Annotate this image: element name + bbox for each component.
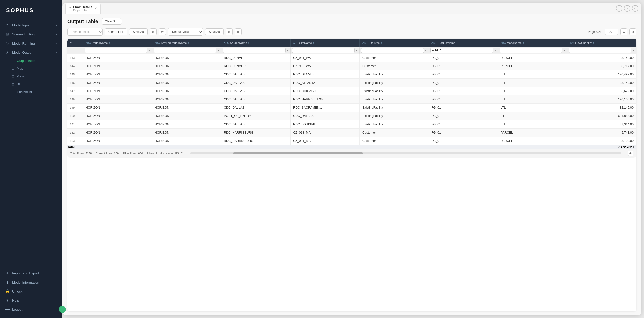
clear-filter-button[interactable]: Clear Filter [105, 28, 127, 35]
delete-icon-button[interactable]: 🗑 [159, 28, 166, 35]
data-table: # ABCPeriodName↕ ABCArrivingPeriodName↕ … [67, 39, 636, 149]
view-select[interactable]: Default View [168, 28, 203, 36]
scrollbar-thumb[interactable] [233, 152, 363, 154]
cell-mode: PARCEL [498, 129, 567, 137]
copy2-icon-button[interactable]: ⧉ [226, 28, 233, 35]
filter-icon-period[interactable]: ▼ [148, 49, 150, 52]
download-icon-button[interactable]: ⬇ [620, 28, 627, 35]
filter-input-mode[interactable] [500, 48, 562, 53]
nav-forward-button[interactable]: › [624, 5, 630, 12]
col-header-arriving-period[interactable]: ABCArrivingPeriodName↕ [152, 39, 221, 47]
filter-icon-type[interactable]: ▼ [425, 49, 427, 52]
col-header-mode-name[interactable]: ABCModeName↕ [498, 39, 567, 47]
save-as-button-1[interactable]: Save As [129, 28, 148, 35]
filter-input-product[interactable] [430, 48, 493, 53]
settings-icon-button[interactable]: ⚙ [629, 28, 636, 35]
tab-subtitle: Output Table [73, 9, 92, 12]
col-header-product-name[interactable]: ABCProductName↕ [429, 39, 498, 47]
copy-icon-button[interactable]: ⧉ [150, 28, 157, 35]
filter-input-arriving[interactable] [154, 48, 216, 53]
cell-num: 146 [67, 79, 83, 87]
col-header-site-type[interactable]: ABCSiteType↕ [359, 39, 429, 47]
filter-icon-source[interactable]: ▼ [286, 49, 289, 52]
sidebar-item-custom-bi[interactable]: ⊡ Custom BI [0, 88, 62, 96]
sidebar-item-model-information[interactable]: ℹ Model Information [0, 278, 62, 287]
clear-sort-button[interactable]: Clear Sort [102, 18, 122, 25]
cell-mode: LTL [498, 79, 567, 87]
cell-qty: 5,741.00 [567, 129, 636, 137]
filter-input-source[interactable] [223, 48, 286, 53]
sidebar-item-model-input[interactable]: ≡ Model Input ∨ [0, 21, 62, 30]
filter-icon-site[interactable]: ▼ [355, 49, 358, 52]
cell-num: 151 [67, 120, 83, 129]
cell-num: 152 [67, 129, 83, 137]
cell-period: HORIZON [83, 54, 152, 62]
cell-mode: FTL [498, 112, 567, 120]
cell-num: 153 [67, 137, 83, 145]
cell-site: CZ_021_MA [290, 137, 359, 145]
eye-icon-button[interactable]: 👁 [628, 151, 633, 156]
table-row: 148 HORIZON HORIZON CDC_DALLAS RDC_HARRI… [67, 95, 636, 104]
filter-input-site[interactable] [292, 48, 355, 53]
sidebar-item-unlock[interactable]: 🔓 Unlock [0, 287, 62, 296]
sidebar-item-scenes-editing[interactable]: ⊡ Scenes Editing ∨ [0, 30, 62, 39]
filter-icon-mode[interactable]: ▼ [563, 49, 566, 52]
cell-product: FG_01 [429, 62, 498, 70]
cell-site: CDC_DALLAS [290, 112, 359, 120]
horizontal-scrollbar[interactable] [190, 152, 621, 154]
sidebar-collapse-button[interactable]: ‹ [59, 306, 66, 313]
filter-icon-arriving[interactable]: ▼ [217, 49, 220, 52]
filter-input-period[interactable] [85, 48, 147, 53]
total-value: 7,472,782.16 [567, 145, 636, 149]
filter-icon-product[interactable]: ▼ [494, 49, 496, 52]
nav-circle-button[interactable]: ○ [632, 5, 638, 12]
col-header-period-name[interactable]: ABCPeriodName↕ [83, 39, 152, 47]
sidebar-item-view[interactable]: ⊡ View [0, 72, 62, 80]
delete2-icon-button[interactable]: 🗑 [235, 28, 242, 35]
grid-icon: ≡ [5, 23, 10, 27]
cell-site: CZ_981_WA [290, 54, 359, 62]
cell-type: Customer [359, 62, 429, 70]
sidebar-item-help[interactable]: ? Help [0, 296, 62, 305]
page-size-input[interactable]: 100 [605, 29, 618, 35]
cell-source: RDC_DENVER [221, 54, 290, 62]
sidebar-item-output-table[interactable]: ⊞ Output Table [0, 57, 62, 65]
col-header-num[interactable]: # [67, 39, 83, 47]
sidebar-item-bi[interactable]: ⊠ BI [0, 80, 62, 88]
filter-input-type[interactable] [361, 48, 424, 53]
total-label: Total [67, 145, 567, 149]
filter-select[interactable]: Please select [67, 28, 103, 36]
cell-site: RDC_HARRISBURG [290, 95, 359, 104]
cell-qty: 85,672.00 [567, 87, 636, 95]
cell-product: FG_01 [429, 137, 498, 145]
cell-product: FG_01 [429, 70, 498, 79]
cell-type: ExistingFacility [359, 79, 429, 87]
col-header-site-name[interactable]: ABCSiteName↕ [290, 39, 359, 47]
cell-qty: 170,497.00 [567, 70, 636, 79]
cell-num: 150 [67, 112, 83, 120]
scenes-icon: ⊡ [5, 32, 10, 36]
col-header-flow-quantity[interactable]: 123FlowQuantity↕ [567, 39, 636, 47]
table-total-row: Total 7,472,782.16 [67, 145, 636, 149]
sidebar-item-logout[interactable]: ⟵ Logout [0, 305, 62, 314]
sidebar-item-model-output[interactable]: ↗ Model Output ∧ [0, 48, 62, 57]
filter-icon-qty[interactable]: ▼ [632, 49, 635, 52]
save-as-button-2[interactable]: Save As [205, 28, 224, 35]
filters-label: Filters: ProductName= FG_01 [147, 152, 184, 155]
nav-back-button[interactable]: ‹ [616, 5, 622, 12]
cell-mode: PARCEL [498, 54, 567, 62]
cell-source: RDC_HARRISBURG [221, 129, 290, 137]
table-body: 143 HORIZON HORIZON RDC_DENVER CZ_981_WA… [67, 54, 636, 145]
sidebar-item-model-running[interactable]: ▷ Model Running ∨ [0, 39, 62, 48]
filter-input-qty[interactable] [569, 48, 631, 53]
cell-period: HORIZON [83, 70, 152, 79]
tab-close-button[interactable]: ✕ [94, 7, 97, 10]
page-size-label: Page Size: [588, 30, 602, 34]
cell-arriving: HORIZON [152, 137, 221, 145]
sidebar-bottom: + Import and Export ℹ Model Information … [0, 269, 62, 318]
sidebar-item-import-export[interactable]: + Import and Export [0, 269, 62, 278]
tab-flow-details[interactable]: ⠿ Flow Details Output Table ✕ [65, 3, 101, 14]
sidebar-item-map[interactable]: ⊙ Map [0, 65, 62, 72]
col-header-source-name[interactable]: ABCSourceName↕ [221, 39, 290, 47]
cell-site: RDC_CHICAGO [290, 87, 359, 95]
